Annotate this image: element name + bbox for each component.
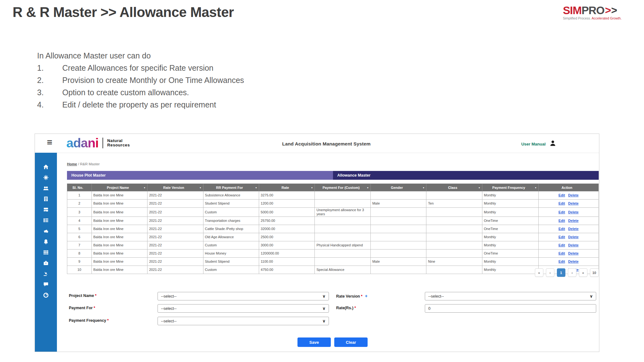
filter-icon[interactable]: ▼ [199, 186, 202, 189]
filter-icon[interactable]: ▼ [143, 186, 146, 189]
delete-link[interactable]: Delete [568, 243, 579, 247]
user-icon[interactable] [549, 140, 556, 147]
col-payment-frequency[interactable]: Payment Frequency▼ [482, 184, 538, 191]
page-1-button[interactable]: 1 [557, 268, 565, 277]
col-sl-no: Sl. No. [67, 184, 92, 191]
edit-link[interactable]: Edit [558, 243, 565, 247]
apps-icon[interactable] [43, 250, 49, 255]
filter-icon[interactable]: ▼ [422, 186, 425, 189]
table-cell: 2021-22 [147, 191, 203, 200]
table-cell [426, 225, 482, 233]
breadcrumb-home-link[interactable]: Home [67, 162, 77, 166]
delete-link[interactable]: Delete [568, 201, 579, 205]
organization-icon[interactable] [43, 196, 49, 202]
payments-icon[interactable] [43, 207, 49, 212]
tickets-icon[interactable] [43, 228, 49, 234]
col-payment-for-custom[interactable]: Payment For (Custom)▼ [315, 184, 370, 191]
list-item: 3.Option to create custom allowances. [37, 86, 244, 99]
table-cell: Balda Iron ore Mine [92, 208, 147, 217]
list-text: Option to create custom allowances. [62, 86, 189, 99]
col-gender[interactable]: Gender▼ [370, 184, 426, 191]
edit-link[interactable]: Edit [558, 201, 565, 205]
next-page-button[interactable]: › [568, 268, 576, 277]
users-icon[interactable] [43, 185, 49, 191]
col-project-name[interactable]: Project Name▼ [92, 184, 147, 191]
clear-button[interactable]: Clear [334, 337, 368, 347]
modules-icon[interactable] [43, 175, 49, 180]
home-icon[interactable] [43, 164, 49, 170]
records-icon[interactable] [43, 217, 49, 223]
messages-icon[interactable] [43, 282, 49, 287]
chevron-down-icon: ∨ [322, 294, 325, 299]
delete-link[interactable]: Delete [568, 193, 579, 197]
menu-icon[interactable]: ≡ [47, 137, 53, 148]
table-header-row: Sl. No. Project Name▼ Rate Version▼ RR P… [67, 184, 599, 191]
delete-link[interactable]: Delete [568, 219, 579, 222]
filter-icon[interactable]: ▼ [311, 186, 313, 189]
edit-link[interactable]: Edit [558, 219, 565, 222]
project-name-select[interactable]: --select--∨ [158, 292, 329, 300]
list-text: Provision to create Monthly or One Time … [62, 74, 244, 86]
table-cell [370, 225, 426, 233]
table-cell [370, 217, 426, 225]
rate-version-label: Rate Version*+ [336, 293, 368, 299]
briefcase-icon[interactable] [43, 260, 49, 266]
delete-link[interactable]: Delete [568, 235, 579, 239]
sidebar [35, 153, 57, 352]
required-asterisk: * [361, 294, 363, 299]
delete-link[interactable]: Delete [568, 210, 579, 214]
delete-link[interactable]: Delete [568, 260, 579, 263]
delete-link[interactable]: Delete [568, 251, 579, 255]
table-cell: Cattle Shade /Petty shop [203, 225, 259, 233]
filter-icon[interactable]: ▼ [478, 186, 480, 189]
edit-link[interactable]: Edit [558, 260, 565, 263]
delete-link[interactable]: Delete [568, 227, 579, 231]
edit-link[interactable]: Edit [558, 210, 565, 214]
filter-icon[interactable]: ▼ [255, 186, 257, 189]
page-size-button[interactable]: 10 [590, 268, 599, 277]
payment-frequency-select[interactable]: --select--∨ [158, 317, 329, 325]
add-rate-version-button[interactable]: + [365, 293, 368, 299]
legal-icon[interactable] [43, 271, 49, 277]
edit-link[interactable]: Edit [558, 235, 565, 239]
table-cell: 3 [67, 208, 92, 217]
col-rate[interactable]: Rate▼ [259, 184, 315, 191]
rate-version-select[interactable]: --select--∨ [425, 292, 596, 300]
edit-link[interactable]: Edit [558, 193, 565, 197]
tab-house-plot-master[interactable]: House Plot Master [67, 171, 333, 180]
notifications-icon[interactable] [43, 239, 49, 244]
payment-for-select[interactable]: --select--∨ [158, 304, 329, 313]
col-rate-version[interactable]: Rate Version▼ [147, 184, 203, 191]
filter-icon[interactable]: ▼ [535, 186, 537, 189]
dashboard-icon[interactable] [43, 292, 49, 298]
table-cell: 1200000.00 [259, 250, 315, 258]
project-name-label: Project Name* [69, 293, 97, 298]
last-page-button[interactable]: » [579, 268, 587, 277]
edit-link[interactable]: Edit [558, 251, 565, 255]
table-cell: 8 [67, 250, 92, 258]
prev-page-button[interactable]: ‹ [546, 268, 554, 277]
table-cell [370, 191, 426, 200]
table-cell: Monthly [482, 191, 538, 200]
table-cell: 2500.00 [259, 233, 315, 241]
table-cell: Male [370, 200, 426, 208]
filter-icon[interactable]: ▼ [367, 186, 369, 189]
table-cell: 6 [67, 233, 92, 241]
save-button[interactable]: Save [297, 337, 331, 347]
edit-link[interactable]: Edit [558, 227, 565, 231]
table-cell: 1100.00 [259, 258, 315, 266]
first-page-button[interactable]: « [535, 268, 543, 277]
table-cell: 2021-22 [147, 250, 203, 258]
table-cell: 32000.00 [259, 225, 315, 233]
table-cell [426, 241, 482, 250]
action-cell: EditDelete [538, 250, 598, 258]
tab-allowance-master[interactable]: Allowance Master [333, 171, 599, 180]
col-rr-payment-for[interactable]: RR Payment For▼ [203, 184, 259, 191]
col-class[interactable]: Class▼ [426, 184, 482, 191]
required-asterisk: * [354, 306, 356, 310]
user-manual-link[interactable]: User Manual [521, 142, 546, 146]
table-cell [315, 250, 370, 258]
list-text: Edit / delete the property as per requir… [62, 99, 216, 111]
rate-rs-input[interactable]: 0 [425, 304, 596, 313]
table-cell: Balda Iron ore Mine [92, 250, 147, 258]
